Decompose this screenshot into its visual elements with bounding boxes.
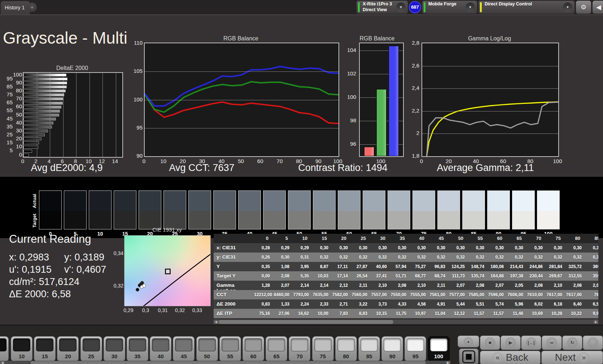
tab-history-1[interactable]: History 1 (1, 1, 30, 14)
gear-icon[interactable]: ⚙ (576, 1, 591, 14)
patch-button-30[interactable]: 30 (104, 336, 125, 361)
meter-dropdown[interactable]: X-Rite i1Pro 3 Direct View ▼ (357, 1, 408, 14)
patch-button-60[interactable]: 60 (242, 336, 264, 361)
patch-button-55[interactable]: 55 (219, 336, 241, 361)
cie-measurement-dot (141, 281, 144, 285)
patch-swatch (268, 338, 285, 351)
patch-button-40[interactable]: 40 (150, 336, 171, 361)
patch-button-50[interactable]: 50 (196, 336, 218, 361)
table-column-header: 55 (468, 234, 488, 243)
table-cell: 2,08 (585, 281, 598, 290)
table-scroll-thumb[interactable] (219, 320, 393, 324)
table-column-header: 45 (429, 234, 449, 243)
table-cell: 10,28 (546, 309, 566, 318)
table-scrollbar[interactable]: ◀▶ (214, 320, 598, 324)
deltae-y-tick: 60 (13, 103, 22, 109)
back-button-label: Back (506, 352, 528, 363)
back-button[interactable]: « Back (480, 351, 541, 364)
patch-swatch (361, 338, 378, 351)
chevron-down-icon[interactable]: ▼ (466, 3, 475, 12)
table-cell: 11,04 (429, 309, 449, 318)
swatch-target (463, 211, 485, 229)
table-scroll-left-arrow[interactable]: ◀ (214, 320, 218, 324)
table-cell: 4,91 (429, 299, 449, 309)
swatch-actual (139, 191, 161, 211)
reading-de2000: ΔE 2000: 6,58 (9, 289, 71, 300)
table-cell: 57,94 (390, 262, 410, 271)
table-cell: 0,32 (488, 253, 507, 262)
table-cell: 4,33 (390, 299, 410, 309)
patch-button-35[interactable]: 35 (127, 336, 148, 361)
patch-swatch (83, 338, 100, 351)
table-row: Target Y0,002,085,3510,0317,1426,5437,41… (214, 271, 598, 281)
patch-button-90[interactable]: 90 (381, 336, 403, 361)
table-scroll-right-arrow[interactable]: ▶ (594, 320, 598, 324)
swatch-actual (338, 191, 360, 211)
patch-scrollbar[interactable]: ◀▶ (0, 361, 450, 364)
next-button[interactable]: Next » (541, 351, 603, 364)
deltae-y-tick: 75 (3, 91, 13, 97)
patch-button-100[interactable]: 100 (428, 336, 450, 361)
patch-scroll-thumb[interactable] (31, 361, 426, 364)
table-cell: 312,55 (566, 271, 585, 281)
deltae-chart-title: DeltaE 2000 (23, 65, 122, 71)
source-dropdown[interactable]: Mobile Forge ▼ (422, 1, 477, 14)
table-row: ΔE 20000,831,332,242,332,713,223,734,334… (214, 299, 598, 309)
table-cell: 0,00 (254, 271, 274, 281)
table-cell: 0,32 (585, 253, 598, 262)
patch-button-45[interactable]: 45 (173, 336, 195, 361)
deltae-y-tick: 45 (3, 115, 13, 122)
rgb-bars-y-tick: 98 (342, 117, 356, 123)
patch-swatch (337, 338, 355, 351)
series-measured (422, 102, 558, 156)
deltae-y-tick: 5 (3, 147, 13, 153)
chevron-down-icon[interactable]: ▼ (563, 3, 572, 12)
table-cell: 2,71 (332, 299, 351, 309)
add-tab-button[interactable]: + (27, 3, 37, 12)
display-control-dropdown[interactable]: Direct Display Control ▼ (479, 1, 574, 14)
patch-swatch (245, 338, 262, 351)
deltae-bar-85 (23, 85, 67, 88)
indicator-button[interactable] (583, 336, 603, 350)
patch-button-95[interactable]: 95 (405, 336, 426, 361)
patch-label: 10 (11, 353, 32, 359)
deltae-bar-15 (23, 141, 39, 144)
table-cell: 0,30 (527, 243, 546, 253)
patch-button-65[interactable]: 65 (266, 336, 287, 361)
patch-button-edge[interactable] (0, 336, 9, 361)
table-cell: 0,32 (566, 253, 585, 262)
patch-button-75[interactable]: 75 (312, 336, 334, 361)
table-column-header: 20 (332, 234, 351, 243)
current-reading-title: Current Reading (9, 233, 91, 246)
patch-button-80[interactable]: 80 (335, 336, 357, 361)
patch-button-25[interactable]: 25 (80, 336, 102, 361)
swatch-target (39, 211, 61, 229)
refresh-button[interactable]: ↻ (562, 336, 582, 350)
chevron-down-icon[interactable]: ▼ (396, 3, 406, 12)
patch-swatch (291, 338, 308, 351)
swatch-actual (388, 191, 410, 211)
patch-button-10[interactable]: 10 (11, 336, 32, 361)
stop-button[interactable]: ■ (480, 336, 500, 350)
table-cell: 2,07 (449, 281, 468, 290)
cie-x-tick: 0,31 (157, 307, 169, 313)
patch-button-85[interactable]: 85 (358, 336, 380, 361)
swatch-85 (462, 190, 485, 229)
table-cell: 5,74 (488, 299, 507, 309)
play-button[interactable]: ▶ (501, 336, 521, 350)
table-cell: 761 (585, 290, 598, 299)
patch-button-15[interactable]: 15 (34, 336, 56, 361)
table-cell: 5,35 (293, 271, 313, 281)
swatch-target (288, 211, 310, 229)
patch-label: 55 (220, 353, 241, 359)
patch-button-20[interactable]: 20 (57, 336, 79, 361)
patch-button-70[interactable]: 70 (289, 336, 310, 361)
patch-scroll-right-arrow[interactable]: ▶ (446, 361, 450, 364)
continuous-measure-button[interactable]: ∞ (542, 336, 562, 350)
patch-window-button[interactable] (459, 348, 479, 364)
patch-scroll-left-arrow[interactable]: ◀ (0, 361, 5, 364)
step-measure-button[interactable]: [↔] (521, 336, 541, 350)
expand-patch-panel-button[interactable]: ▲ (458, 336, 479, 347)
collapse-panel-icon[interactable]: ◀ (593, 1, 603, 14)
swatch-actual (313, 191, 335, 211)
